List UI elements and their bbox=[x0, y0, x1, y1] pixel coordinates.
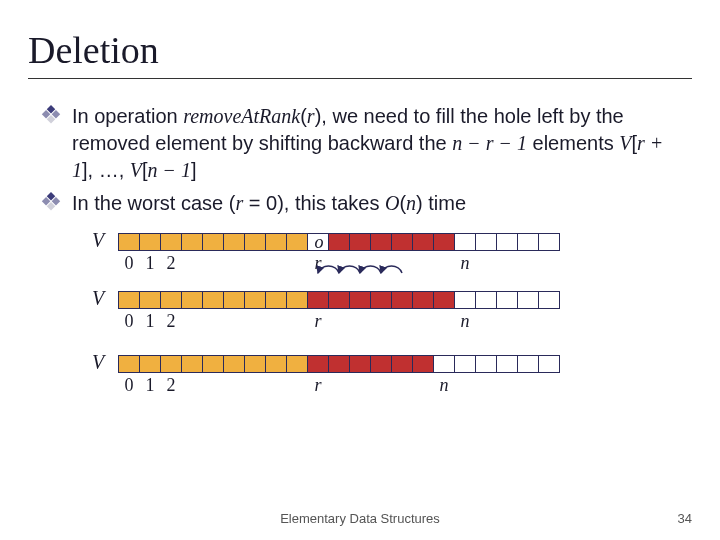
method-name: removeAtRank bbox=[183, 105, 300, 127]
index-2: 2 bbox=[160, 311, 182, 332]
cell bbox=[244, 355, 266, 373]
cell bbox=[160, 355, 182, 373]
n: n bbox=[406, 192, 416, 214]
array-label: V bbox=[92, 229, 104, 252]
cell bbox=[328, 233, 350, 251]
slide-title: Deletion bbox=[28, 28, 692, 79]
hole-symbol: o bbox=[308, 232, 330, 253]
text: In the worst case ( bbox=[72, 192, 235, 214]
array-row-3: V bbox=[118, 353, 692, 411]
cell bbox=[160, 233, 182, 251]
cell-empty bbox=[433, 355, 455, 373]
cell bbox=[265, 291, 287, 309]
cell bbox=[328, 355, 350, 373]
cell-empty bbox=[517, 291, 539, 309]
cell bbox=[139, 355, 161, 373]
bullet-list: In operation removeAtRank(r), we need to… bbox=[28, 103, 692, 217]
cell-empty bbox=[538, 233, 560, 251]
cell bbox=[286, 233, 308, 251]
cell-empty bbox=[475, 291, 497, 309]
hole-cell: o bbox=[307, 233, 329, 251]
cell-empty bbox=[475, 355, 497, 373]
cell bbox=[139, 291, 161, 309]
cell-empty bbox=[538, 355, 560, 373]
cell bbox=[244, 291, 266, 309]
cell-empty bbox=[538, 291, 560, 309]
cell bbox=[265, 233, 287, 251]
cell bbox=[118, 355, 140, 373]
text: = 0 bbox=[243, 192, 277, 214]
cell bbox=[412, 355, 434, 373]
cell-empty bbox=[496, 355, 518, 373]
text: In operation bbox=[72, 105, 183, 127]
cell bbox=[181, 233, 203, 251]
r: r bbox=[307, 105, 315, 127]
cell bbox=[202, 233, 224, 251]
page-number: 34 bbox=[678, 511, 692, 526]
index-2: 2 bbox=[160, 375, 182, 396]
array-label: V bbox=[92, 351, 104, 374]
V: V bbox=[619, 132, 631, 154]
cell-empty bbox=[454, 355, 476, 373]
index-0: 0 bbox=[118, 311, 140, 332]
array-label: V bbox=[92, 287, 104, 310]
shift-arrows bbox=[118, 259, 618, 289]
index-1: 1 bbox=[139, 311, 161, 332]
cell bbox=[391, 291, 413, 309]
cell bbox=[370, 291, 392, 309]
cell-empty bbox=[496, 291, 518, 309]
cell bbox=[223, 355, 245, 373]
text: ) bbox=[416, 192, 423, 214]
cell bbox=[160, 291, 182, 309]
cell-empty bbox=[517, 355, 539, 373]
cell bbox=[202, 355, 224, 373]
cell bbox=[433, 291, 455, 309]
cell bbox=[244, 233, 266, 251]
cell bbox=[412, 291, 434, 309]
cell bbox=[286, 355, 308, 373]
cell-empty bbox=[496, 233, 518, 251]
index-0: 0 bbox=[118, 375, 140, 396]
footer-text: Elementary Data Structures bbox=[0, 511, 720, 526]
big-o: O bbox=[385, 192, 399, 214]
cell bbox=[223, 233, 245, 251]
cell bbox=[265, 355, 287, 373]
cell bbox=[370, 355, 392, 373]
bullet-1: In operation removeAtRank(r), we need to… bbox=[72, 103, 682, 184]
cell bbox=[412, 233, 434, 251]
bullet-icon bbox=[41, 192, 61, 212]
cell bbox=[307, 291, 329, 309]
cell bbox=[433, 233, 455, 251]
cell bbox=[223, 291, 245, 309]
cell bbox=[181, 291, 203, 309]
cell bbox=[181, 355, 203, 373]
text: ( bbox=[300, 105, 307, 127]
cell bbox=[139, 233, 161, 251]
array-cells bbox=[118, 291, 560, 309]
index-1: 1 bbox=[139, 375, 161, 396]
cell bbox=[370, 233, 392, 251]
bullet-2: In the worst case (r = 0), this takes O(… bbox=[72, 190, 682, 217]
cell bbox=[307, 355, 329, 373]
expr: n − 1 bbox=[148, 159, 192, 181]
V: V bbox=[130, 159, 142, 181]
index-n: n bbox=[433, 375, 455, 396]
cell bbox=[118, 233, 140, 251]
array-cells: o bbox=[118, 233, 560, 251]
cell bbox=[349, 355, 371, 373]
cell bbox=[391, 233, 413, 251]
array-row-2: V bbox=[118, 289, 692, 353]
cell bbox=[349, 233, 371, 251]
text: ), this takes bbox=[277, 192, 385, 214]
cell bbox=[391, 355, 413, 373]
cell-empty bbox=[517, 233, 539, 251]
expr: n − r − 1 bbox=[452, 132, 527, 154]
bullet-icon bbox=[41, 105, 61, 125]
index-r: r bbox=[307, 311, 329, 332]
cell-empty bbox=[475, 233, 497, 251]
diagram: V o bbox=[28, 231, 692, 411]
text: ] bbox=[191, 159, 197, 181]
cell bbox=[286, 291, 308, 309]
cell bbox=[349, 291, 371, 309]
cell bbox=[202, 291, 224, 309]
